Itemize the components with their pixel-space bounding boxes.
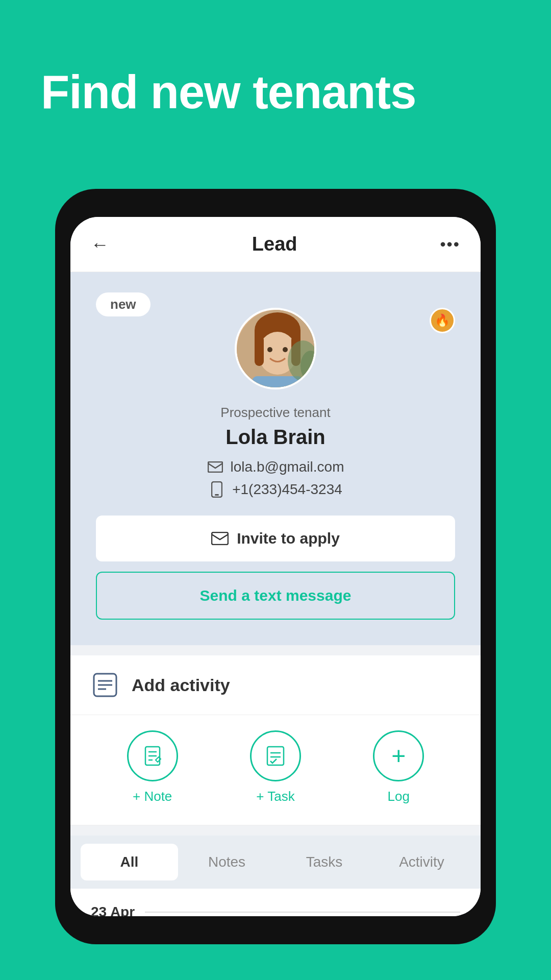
task-action-button[interactable]: + Task	[250, 730, 301, 804]
contact-info: lola.b@gmail.com +1(233)454-3234	[96, 459, 455, 498]
phone-row: +1(233)454-3234	[209, 481, 342, 498]
phone-icon	[209, 481, 225, 498]
invite-to-apply-button[interactable]: Invite to apply	[96, 516, 455, 561]
email-row: lola.b@gmail.com	[207, 459, 344, 475]
svg-point-7	[283, 347, 288, 352]
more-button[interactable]: •••	[440, 235, 460, 254]
timeline-date: 23 Apr	[91, 904, 460, 916]
tab-all[interactable]: All	[81, 844, 178, 880]
app-header: ← Lead •••	[70, 217, 481, 272]
back-button[interactable]: ←	[91, 234, 109, 255]
svg-rect-13	[215, 494, 219, 496]
tab-activity[interactable]: Activity	[373, 844, 470, 880]
avatar-container: 🔥	[96, 308, 455, 389]
background: Find new tenants ← Lead ••• new	[0, 0, 551, 980]
text-msg-label: Send a text message	[200, 587, 352, 604]
add-activity-section: Add activity	[70, 655, 481, 715]
phone-text: +1(233)454-3234	[232, 481, 342, 498]
action-buttons-row: + Note + Task +	[70, 715, 481, 825]
svg-rect-23	[267, 747, 284, 765]
svg-rect-4	[255, 335, 264, 366]
email-text: lola.b@gmail.com	[231, 459, 344, 475]
tabs-section: All Notes Tasks Activity	[70, 836, 481, 889]
log-label: Log	[388, 789, 410, 804]
page-title: Find new tenants	[41, 66, 416, 118]
role-label: Prospective tenant	[96, 405, 455, 421]
date-label: 23 Apr	[91, 904, 135, 916]
phone-screen: ← Lead ••• new	[70, 217, 481, 916]
profile-card: new	[70, 272, 481, 645]
task-icon-circle	[250, 730, 301, 781]
log-action-button[interactable]: + Log	[373, 730, 424, 804]
send-text-message-button[interactable]: Send a text message	[96, 572, 455, 620]
note-action-button[interactable]: + Note	[127, 730, 178, 804]
log-icon-circle: +	[373, 730, 424, 781]
fire-badge: 🔥	[430, 308, 455, 333]
date-divider	[145, 912, 460, 913]
activity-icon	[91, 671, 119, 699]
email-icon	[207, 459, 223, 475]
tab-tasks[interactable]: Tasks	[276, 844, 373, 880]
avatar	[235, 308, 316, 389]
tenant-name: Lola Brain	[96, 426, 455, 449]
task-label: + Task	[256, 789, 294, 804]
screen-title: Lead	[252, 233, 297, 255]
invite-label: Invite to apply	[237, 530, 340, 547]
phone-frame: ← Lead ••• new	[55, 189, 496, 944]
activity-label: Add activity	[132, 675, 230, 695]
svg-rect-14	[212, 532, 228, 545]
tab-notes[interactable]: Notes	[178, 844, 276, 880]
timeline-section: 23 Apr Tour request	[70, 889, 481, 916]
svg-point-6	[267, 347, 272, 352]
note-icon-circle	[127, 730, 178, 781]
svg-rect-11	[208, 462, 222, 472]
note-label: + Note	[133, 789, 172, 804]
